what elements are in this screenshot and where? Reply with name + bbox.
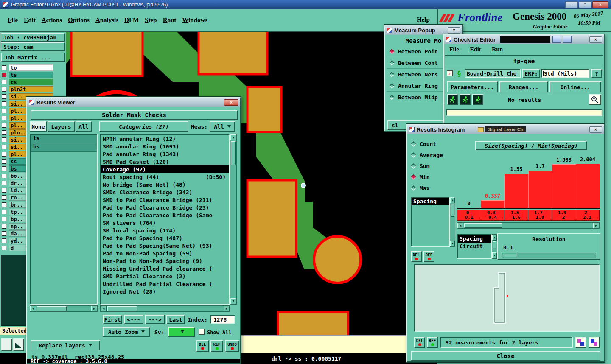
layer-visibility-checkbox[interactable]: [2, 224, 6, 229]
stat-radio-max[interactable]: Max: [412, 182, 443, 193]
layer-row[interactable]: pln2t: [0, 86, 66, 93]
scrollbar-trough[interactable]: [492, 241, 497, 252]
rh-measure-list[interactable]: Spacing: [411, 197, 450, 247]
menu-options[interactable]: Options: [68, 17, 90, 24]
menu-edit[interactable]: Edit: [24, 17, 36, 24]
scrollbar-thumb[interactable]: [451, 204, 454, 217]
checklist-close[interactable]: ×: [589, 36, 602, 43]
histogram-del-button[interactable]: DEL: [411, 251, 422, 262]
layer-visibility-checkbox[interactable]: [2, 231, 6, 236]
histogram-close-button[interactable]: Close: [411, 351, 600, 361]
erf-input[interactable]: Std (Mils): [541, 69, 589, 78]
ranges-button[interactable]: Ranges...: [499, 81, 548, 92]
measure-list-scrollbar[interactable]: ▲ ▼: [450, 197, 455, 247]
ce-menu-file[interactable]: File: [449, 46, 459, 53]
menu-windows[interactable]: Windows: [182, 17, 207, 24]
run-action-button-2[interactable]: [460, 94, 471, 105]
scrollbar-thumb[interactable]: [37, 306, 67, 311]
category-item[interactable]: Pad annular Ring (1343): [101, 150, 229, 158]
auto-zoom-dropdown[interactable]: Auto Zoom: [103, 327, 150, 337]
layer-visibility-checkbox[interactable]: [2, 145, 6, 149]
layer-visibility-checkbox[interactable]: [2, 174, 6, 178]
undo-button[interactable]: UNDO: [225, 340, 239, 352]
categories-header[interactable]: Categories (27): [99, 121, 188, 132]
online-button[interactable]: Online...: [549, 81, 601, 92]
layer-visibility-checkbox[interactable]: [2, 181, 6, 185]
tool-box-2[interactable]: [13, 338, 24, 351]
run-action-button-3[interactable]: [472, 94, 483, 105]
menu-dfm[interactable]: DFM: [124, 17, 139, 24]
histogram-ref-button[interactable]: REF: [423, 251, 434, 262]
scrollbar-thumb[interactable]: [464, 223, 502, 228]
scroll-right-icon[interactable]: ▶: [224, 306, 230, 311]
measurement-preview[interactable]: [414, 264, 600, 332]
layer-visibility-checkbox[interactable]: [2, 188, 6, 193]
rv-layer-list[interactable]: tsbs: [30, 134, 98, 305]
help-button[interactable]: ?: [591, 69, 602, 78]
scrollbar-trough[interactable]: [463, 223, 593, 228]
index-input[interactable]: 1278: [210, 315, 235, 324]
filter-layers-button[interactable]: Layers: [48, 121, 75, 132]
rv-category-list[interactable]: NPTH annular Ring (12)SMD annular Ring (…: [100, 134, 230, 305]
category-item[interactable]: SMD annular Ring (1093): [101, 143, 229, 150]
first-button[interactable]: First: [103, 315, 122, 324]
layer-visibility-checkbox[interactable]: [2, 210, 6, 214]
layer-visibility-checkbox[interactable]: [2, 123, 6, 128]
stat-radio-count[interactable]: Count: [412, 138, 443, 149]
measure-list-item[interactable]: Spacing: [412, 198, 449, 205]
category-item[interactable]: Non-Pad to Non-Pad Spacing (9): [101, 257, 229, 265]
category-item[interactable]: SMD to Pad Clearance Bridge (211): [101, 196, 229, 204]
scroll-right-icon[interactable]: ▶: [593, 223, 599, 228]
preview-ref-button[interactable]: REF: [427, 337, 438, 348]
menu-file[interactable]: File: [8, 17, 18, 24]
category-item[interactable]: Undrilled Pad Partial Clearance (: [101, 280, 229, 288]
action-enabled-checkbox[interactable]: ✓: [447, 70, 453, 76]
layer-visibility-checkbox[interactable]: [2, 217, 6, 221]
menu-analysis[interactable]: Analysis: [95, 17, 118, 24]
scroll-down-icon[interactable]: ▼: [450, 241, 455, 246]
scrollbar-trough[interactable]: [36, 306, 91, 311]
restore-icon-button[interactable]: [552, 36, 561, 43]
category-item[interactable]: SM local spacing (174): [101, 227, 229, 234]
category-item[interactable]: SM slivers (764): [101, 219, 229, 227]
stat-radio-sum[interactable]: Sum: [412, 160, 443, 171]
layer-visibility-checkbox[interactable]: [2, 73, 6, 77]
scroll-up-icon[interactable]: ▲: [450, 197, 455, 203]
category-item[interactable]: Rout spacing (44)(D:50): [101, 173, 229, 181]
results-viewer-close[interactable]: ×: [224, 99, 238, 106]
next-button[interactable]: --->: [145, 315, 165, 324]
filter-none-button[interactable]: None: [30, 121, 47, 132]
minimize-button[interactable]: ─: [565, 1, 578, 8]
ref-button[interactable]: REF: [210, 340, 223, 352]
category-item[interactable]: NPTH annular Ring (12): [101, 135, 229, 143]
measure-popup-close[interactable]: ×: [448, 27, 460, 34]
category-item[interactable]: Missing Undrilled Pad clearance (: [101, 265, 229, 272]
layer-row[interactable]: cs: [0, 78, 66, 86]
histogram-close[interactable]: ×: [589, 126, 602, 133]
layer-visibility-checkbox[interactable]: [2, 137, 6, 142]
rv-layer-item[interactable]: bs: [31, 143, 97, 152]
ce-menu-run[interactable]: Run: [492, 46, 503, 53]
category-item[interactable]: No bridge (Same Net) (48): [101, 181, 229, 188]
scrollbar-trough[interactable]: [230, 140, 236, 298]
scroll-down-icon[interactable]: ▼: [492, 252, 497, 258]
layer-visibility-checkbox[interactable]: [2, 130, 6, 135]
scrollbar-trough[interactable]: [107, 306, 224, 311]
layer-visibility-checkbox[interactable]: [2, 109, 6, 113]
layer-row[interactable]: to: [0, 64, 66, 71]
category-item[interactable]: Pad to Pad Clearance Bridge (23): [101, 204, 229, 211]
category-scrollbar[interactable]: ▲ ▼: [230, 134, 237, 305]
rh-layer-list[interactable]: SpacingCircuit: [457, 234, 492, 259]
category-item[interactable]: Pad to Pad Spacing(Same Net) (93): [101, 242, 229, 249]
erf-label-button[interactable]: ERF:: [522, 69, 540, 78]
layer-list-item[interactable]: Spacing: [458, 235, 491, 243]
show-all-checkbox[interactable]: [199, 329, 205, 335]
menu-step[interactable]: Step: [145, 17, 157, 24]
sv-color-swatch[interactable]: [168, 327, 195, 337]
replace-layers-dropdown[interactable]: Replace layers: [31, 340, 100, 350]
layer-visibility-checkbox[interactable]: [2, 65, 6, 70]
layer-visibility-checkbox[interactable]: [2, 152, 6, 157]
category-item[interactable]: SMDs Clearance Bridge (342): [101, 188, 229, 196]
menu-rout[interactable]: Rout: [163, 17, 177, 24]
job-matrix-button[interactable]: Job Matrix ...: [1, 53, 65, 62]
